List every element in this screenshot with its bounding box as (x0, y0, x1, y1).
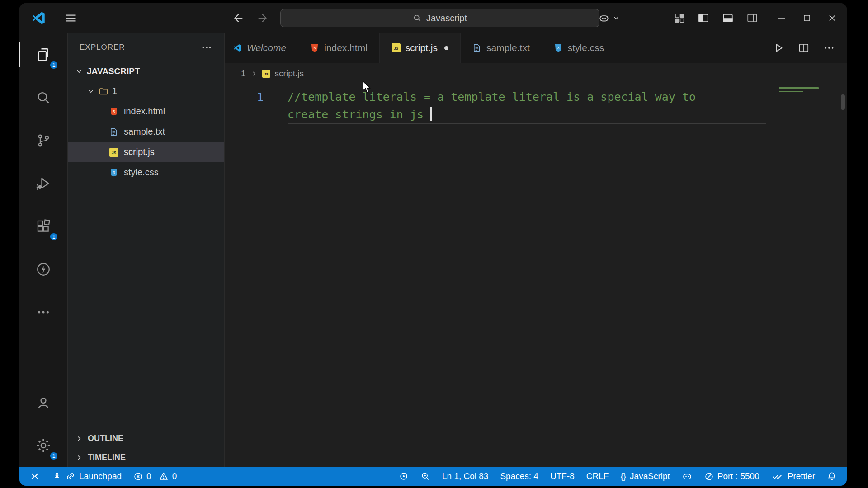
txt-file-icon (109, 127, 118, 136)
explorer-files-icon (35, 47, 52, 63)
cursor-position: Ln 1, Col 83 (442, 471, 488, 481)
indentation-item[interactable]: Spaces: 4 (500, 471, 538, 481)
scrollbar-thumb[interactable] (841, 94, 845, 110)
activity-live-preview[interactable] (19, 248, 67, 291)
chevron-down-icon (75, 67, 83, 75)
copilot-icon (682, 471, 693, 482)
maximize-button[interactable] (802, 13, 812, 23)
menu-icon[interactable] (65, 12, 77, 24)
active-view-indicator (19, 42, 20, 67)
error-count: 0 (146, 471, 151, 481)
more-actions-icon[interactable] (823, 42, 835, 54)
file-tree: 5 index.html sample.txt JS (68, 101, 224, 183)
command-center-search[interactable]: Javascript (280, 9, 599, 27)
toggle-secondary-sidebar-icon[interactable] (746, 12, 758, 24)
html-file-icon: 5 (310, 43, 319, 52)
code-line-row: create strings in js (225, 106, 847, 123)
port-blocked-icon (704, 472, 714, 481)
mouse-cursor (362, 81, 372, 95)
breadcrumb-folder[interactable]: 1 (241, 69, 246, 79)
cursor-position-item[interactable]: Ln 1, Col 83 (442, 471, 488, 481)
activity-settings[interactable]: 1 (19, 424, 67, 467)
screencast-target-item[interactable] (399, 471, 409, 481)
encoding-item[interactable]: UTF-8 (550, 471, 575, 481)
chevron-right-icon (75, 435, 83, 443)
timeline-label: TIMELINE (88, 453, 126, 462)
code-comment-wrap: create strings in js (265, 106, 432, 123)
tab-sample-txt[interactable]: sample.txt (461, 33, 542, 63)
breadcrumb-file[interactable]: script.js (275, 69, 304, 79)
tab-welcome[interactable]: Welcome (225, 33, 298, 63)
explorer-header: EXPLORER (68, 33, 224, 62)
activity-account[interactable] (19, 381, 67, 424)
file-row-sample-txt[interactable]: sample.txt (68, 122, 224, 142)
file-row-script-js[interactable]: JS script.js (68, 142, 224, 162)
split-editor-button[interactable] (798, 42, 810, 54)
folder-icon (99, 86, 108, 96)
minimap[interactable] (779, 87, 833, 94)
timeline-panel-header[interactable]: TIMELINE (68, 448, 224, 467)
language-mode-item[interactable]: {} JavaScript (620, 471, 670, 481)
activity-run-debug[interactable] (19, 162, 67, 205)
file-row-index-html[interactable]: 5 index.html (68, 101, 224, 122)
code-comment-text: //template literals = a template literal… (265, 88, 696, 106)
problems-item[interactable]: 0 0 (133, 471, 177, 481)
chevron-down-icon (87, 87, 95, 95)
explorer-more-actions-icon[interactable] (201, 42, 212, 53)
zoom-item[interactable] (420, 471, 430, 481)
tab-label: script.js (406, 42, 438, 53)
explorer-sidebar: EXPLORER JAVASCRIPT (68, 33, 225, 467)
forward-arrow-icon[interactable] (256, 12, 269, 24)
activity-search[interactable] (19, 76, 67, 119)
vscode-window: Javascript (19, 3, 847, 486)
eol: CRLF (586, 471, 609, 481)
copilot-icon[interactable] (598, 12, 610, 24)
activity-more-views[interactable] (19, 291, 67, 333)
tab-label: Welcome (247, 42, 286, 53)
rocket-icon (52, 471, 62, 481)
warning-icon (159, 471, 169, 481)
main-area: 1 (19, 33, 847, 467)
folder-row-1[interactable]: 1 (68, 81, 224, 101)
activity-extensions[interactable]: 1 (19, 205, 67, 248)
port-item[interactable]: Port : 5500 (704, 471, 760, 481)
encoding: UTF-8 (550, 471, 575, 481)
outline-panel-header[interactable]: OUTLINE (68, 429, 224, 448)
editor-actions (761, 33, 847, 63)
activity-explorer[interactable]: 1 (19, 33, 67, 76)
run-debug-icon (36, 176, 51, 191)
text-cursor (430, 107, 432, 121)
chevron-down-icon[interactable] (613, 14, 620, 22)
back-arrow-icon[interactable] (232, 12, 245, 24)
tab-index-html[interactable]: 5 index.html (298, 33, 380, 63)
section-javascript[interactable]: JAVASCRIPT (68, 62, 224, 81)
formatter-item[interactable]: Prettier (771, 471, 815, 481)
modified-dot-icon[interactable] (444, 46, 448, 50)
close-button[interactable] (827, 13, 838, 23)
tab-script-js[interactable]: JS script.js (380, 33, 461, 63)
eol-item[interactable]: CRLF (586, 471, 609, 481)
toggle-panel-icon[interactable] (722, 12, 734, 24)
notifications-item[interactable] (827, 471, 837, 481)
editor-code-area[interactable]: 1 //template literals = a template liter… (225, 84, 847, 467)
remote-indicator[interactable] (29, 471, 40, 482)
customize-layout-icon[interactable] (674, 13, 685, 23)
toggle-primary-sidebar-icon[interactable] (698, 12, 709, 24)
copilot-status-item[interactable] (682, 471, 693, 482)
warning-count: 0 (172, 471, 177, 481)
activity-source-control[interactable] (19, 119, 67, 162)
braces-icon: {} (620, 471, 626, 481)
minimize-button[interactable] (776, 13, 787, 23)
formatter-label: Prettier (788, 471, 815, 481)
tab-label: index.html (324, 42, 368, 53)
launchpad-item[interactable]: Launchpad (52, 471, 122, 481)
target-icon (399, 471, 409, 481)
activity-bar: 1 (19, 33, 68, 467)
file-row-style-css[interactable]: 3 style.css (68, 162, 224, 183)
tab-style-css[interactable]: 3 style.css (542, 33, 617, 63)
svg-text:JS: JS (264, 72, 268, 76)
settings-badge: 1 (49, 451, 58, 460)
tab-label: sample.txt (486, 42, 530, 53)
run-button[interactable] (773, 42, 784, 54)
tab-label: style.css (568, 42, 604, 53)
